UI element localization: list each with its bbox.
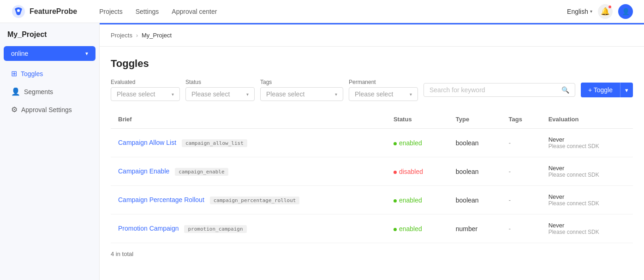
status-dot-icon [394,199,397,203]
cell-type: boolean [448,157,501,186]
search-icon[interactable]: 🔍 [561,86,569,94]
add-toggle-dropdown-button[interactable]: ▾ [620,83,633,97]
status-select[interactable]: Please select ▾ [185,87,255,101]
language-label: English [567,8,588,15]
sidebar-item-approval-settings[interactable]: ⚙ Approval Settings [0,101,99,119]
permanent-label: Permanent [349,79,418,85]
sidebar-item-label: Approval Settings [21,106,72,113]
toggles-section: Toggles Evaluated Please select ▾ Status… [100,47,644,268]
toggle-key-tag: campaign_enable [175,168,228,176]
main-content: Projects › My_Project Toggles Evaluated … [100,23,644,280]
segments-icon: 👤 [11,87,20,96]
permanent-select[interactable]: Please select ▾ [349,87,418,101]
notification-badge [608,5,612,9]
chevron-down-icon: ▾ [625,87,628,94]
col-status: Status [386,110,448,129]
add-toggle-wrapper: + Toggle ▾ [581,83,633,97]
cell-evaluation: Never Please connect SDK [541,214,633,243]
nav-approval[interactable]: Approval center [172,8,217,15]
status-badge: enabled [394,197,422,204]
eval-primary: Never [549,165,626,172]
toggle-name-link[interactable]: Campaign Enable [118,167,169,175]
main-layout: My_Project online ▾ ⊞ Toggles 👤 Segments… [0,23,644,280]
logo-icon [11,4,26,19]
table-row: Campaign Percentage Rollout campaign_per… [111,186,633,214]
col-type: Type [448,110,501,129]
status-badge: enabled [394,225,422,232]
nav-settings[interactable]: Settings [136,8,159,15]
evaluated-select[interactable]: Please select ▾ [111,87,180,101]
logo[interactable]: FeatureProbe [11,4,77,19]
toggle-key-tag: promotion_campaign [184,225,246,233]
eval-secondary: Please connect SDK [549,200,626,207]
eval-secondary: Please connect SDK [549,229,626,235]
eval-primary: Never [549,136,626,143]
approval-settings-icon: ⚙ [11,105,18,114]
cell-tags: - [501,186,541,214]
toggle-name-link[interactable]: Promotion Campaign [118,225,179,232]
cell-brief: Campaign Enable campaign_enable [111,157,386,186]
col-tags: Tags [501,110,541,129]
sidebar-item-segments[interactable]: 👤 Segments [0,83,99,101]
status-dot-icon [394,142,397,145]
project-title: My_Project [0,30,99,46]
status-dot-icon [394,171,397,174]
table-row: Promotion Campaign promotion_campaign en… [111,214,633,243]
notification-button[interactable]: 🔔 [598,4,613,19]
nav-right: English ▾ 🔔 👤 [567,4,633,19]
cell-brief: Promotion Campaign promotion_campaign [111,214,386,243]
chevron-down-icon: ▾ [172,92,174,97]
total-count: 4 in total [111,243,633,257]
col-brief: Brief [111,110,386,129]
toggle-name-link[interactable]: Campaign Percentage Rollout [118,196,204,203]
add-toggle-button[interactable]: + Toggle [581,83,620,97]
cell-type: number [448,214,501,243]
page-title: Toggles [111,58,633,70]
top-navigation: FeatureProbe Projects Settings Approval … [0,0,644,23]
search-box: 🔍 [423,83,575,97]
environment-selector[interactable]: online ▾ [4,46,95,61]
svg-point-1 [17,9,20,12]
permanent-filter-group: Permanent Please select ▾ [349,79,418,101]
user-avatar[interactable]: 👤 [618,4,633,19]
tags-filter-group: Tags Please select ▾ [260,79,343,101]
cell-status: disabled [386,157,448,186]
chevron-down-icon: ▾ [85,50,88,57]
table-row: Campaign Allow List campaign_allow_list … [111,129,633,157]
toggle-key-tag: campaign_percentage_rollout [210,197,300,204]
cell-status: enabled [386,186,448,214]
chevron-down-icon: ▾ [335,92,337,97]
cell-brief: Campaign Percentage Rollout campaign_per… [111,186,386,214]
eval-primary: Never [549,222,626,229]
status-badge: enabled [394,139,422,147]
sidebar-item-toggles[interactable]: ⊞ Toggles [0,65,99,83]
cell-type: boolean [448,129,501,157]
toggles-icon: ⊞ [11,69,17,78]
filters-bar: Evaluated Please select ▾ Status Please … [111,79,633,101]
language-selector[interactable]: English ▾ [567,8,592,15]
breadcrumb-projects[interactable]: Projects [111,32,132,39]
breadcrumb-separator: › [136,32,138,39]
logo-text: FeatureProbe [30,7,77,16]
status-placeholder: Please select [191,90,230,98]
sidebar-menu: ⊞ Toggles 👤 Segments ⚙ Approval Settings [0,65,99,119]
chevron-down-icon: ▾ [590,9,592,14]
sidebar: My_Project online ▾ ⊞ Toggles 👤 Segments… [0,23,100,280]
cell-tags: - [501,129,541,157]
cell-evaluation: Never Please connect SDK [541,157,633,186]
tags-label: Tags [260,79,343,85]
search-input[interactable] [429,86,561,94]
eval-secondary: Please connect SDK [549,143,626,149]
sidebar-item-label: Toggles [21,70,43,77]
table-row: Campaign Enable campaign_enable disabled… [111,157,633,186]
eval-primary: Never [549,193,626,200]
toggle-name-link[interactable]: Campaign Allow List [118,139,176,146]
status-filter-group: Status Please select ▾ [185,79,255,101]
nav-projects[interactable]: Projects [99,8,123,15]
cell-tags: - [501,214,541,243]
tags-select[interactable]: Please select ▾ [260,87,343,101]
evaluated-filter-group: Evaluated Please select ▾ [111,79,180,101]
toggle-key-tag: campaign_allow_list [182,139,247,147]
chevron-down-icon: ▾ [410,92,412,97]
cell-status: enabled [386,214,448,243]
